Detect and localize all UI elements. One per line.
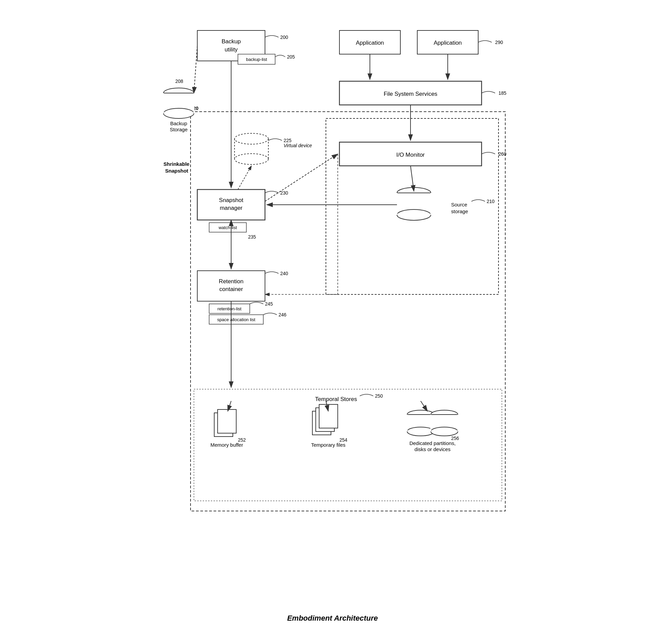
snapshot-to-io-dashed-arrow	[265, 154, 338, 201]
memory-buffer-label: Memory buffer	[210, 442, 243, 448]
backup-list-label: backup-list	[246, 57, 267, 62]
dedicated-partitions-label2: disks or devices	[414, 447, 451, 452]
source-storage-label2: storage	[451, 208, 468, 214]
ref-200-label: 200	[280, 35, 288, 40]
backup-to-storage-arrow	[194, 46, 197, 93]
ref-260-curve	[481, 152, 495, 154]
temporal-to-dedicated-arrow	[421, 401, 428, 411]
ref-210-label: 210	[487, 198, 495, 204]
temporal-stores-label: Temporal Stores	[315, 396, 357, 402]
ref-235-label: 235	[248, 234, 256, 240]
application1-label: Application	[356, 40, 384, 46]
retention-list-label: retention-list	[217, 306, 241, 311]
ref-250-curve	[360, 394, 373, 396]
backup-utility-label2: utility	[224, 46, 238, 53]
disk1-bottom	[407, 427, 434, 436]
dedicated-partitions-label1: Dedicated partitions,	[409, 440, 456, 446]
ref-185-label: 185	[498, 90, 507, 96]
diagram-container: 220 Shrinkable Snapshot Application Appl…	[147, 14, 519, 623]
ref-254-label: 254	[339, 437, 347, 443]
ref-200-curve	[265, 36, 279, 37]
virtual-device-cylinder-bottom	[234, 154, 268, 165]
ref-245-curve	[250, 302, 263, 304]
memory-buffer-icon2	[217, 410, 236, 433]
ref-246-label: 246	[279, 312, 287, 318]
disk2-bottom	[431, 427, 458, 436]
ref-205-label: 205	[287, 54, 295, 60]
ref-256-label: 256	[451, 436, 459, 441]
ref-240-curve	[265, 272, 279, 273]
snapshot-manager-label1: Snapshot	[219, 197, 243, 203]
ref-290-label: 290	[495, 40, 503, 45]
ref-210-curve	[471, 200, 485, 201]
retention-container-label2: container	[219, 286, 243, 292]
io-monitor-label: I/O Monitor	[396, 152, 424, 158]
retention-container-label1: Retention	[218, 278, 243, 285]
shrinkable-snapshot-label2: Snapshot	[165, 168, 188, 174]
ref-250-label: 250	[375, 393, 383, 399]
source-storage-cylinder-bottom	[397, 209, 431, 220]
source-storage-label1: Source	[451, 202, 467, 207]
fss-label: File System Services	[383, 91, 437, 97]
space-allocation-list-label: space allocation list	[217, 317, 255, 322]
ref-205-curve	[275, 55, 285, 57]
diagram-caption: Embodiment Architecture	[147, 614, 519, 623]
snapshot-to-vdevice-arrow	[238, 166, 251, 190]
ref-185-curve	[481, 91, 495, 93]
backup-storage-cylinder-bottom	[164, 108, 194, 118]
architecture-diagram: 220 Shrinkable Snapshot Application Appl…	[147, 14, 519, 606]
application2-label: Application	[434, 40, 462, 46]
ref-245-label: 245	[265, 301, 273, 307]
watch-list-label: watch-list	[218, 225, 237, 230]
shrinkable-snapshot-label: Shrinkable	[164, 161, 190, 167]
backup-storage-label1: Backup	[170, 120, 187, 126]
ref-230-label: 230	[280, 190, 288, 195]
temp-files-label: Temporary files	[311, 442, 345, 448]
snapshot-manager-label2: manager	[220, 205, 242, 211]
ref-225-curve	[268, 139, 282, 140]
ref-290-curve	[478, 41, 492, 42]
virtual-device-cylinder-top	[234, 133, 268, 144]
ref-240-label: 240	[280, 271, 288, 276]
ref-225-label: 225	[284, 138, 292, 143]
ref-260-label: 260	[498, 151, 507, 157]
backup-utility-label1: Backup	[221, 38, 241, 45]
backup-storage-label2: Storage	[170, 127, 188, 132]
ref-246-curve	[263, 313, 277, 315]
virtual-device-label: Virtual device	[284, 143, 312, 148]
ref-230-curve	[265, 191, 279, 193]
ref-208-label: 208	[175, 78, 184, 84]
temp-files-icon3	[319, 404, 338, 428]
ref-252-label: 252	[238, 437, 246, 443]
